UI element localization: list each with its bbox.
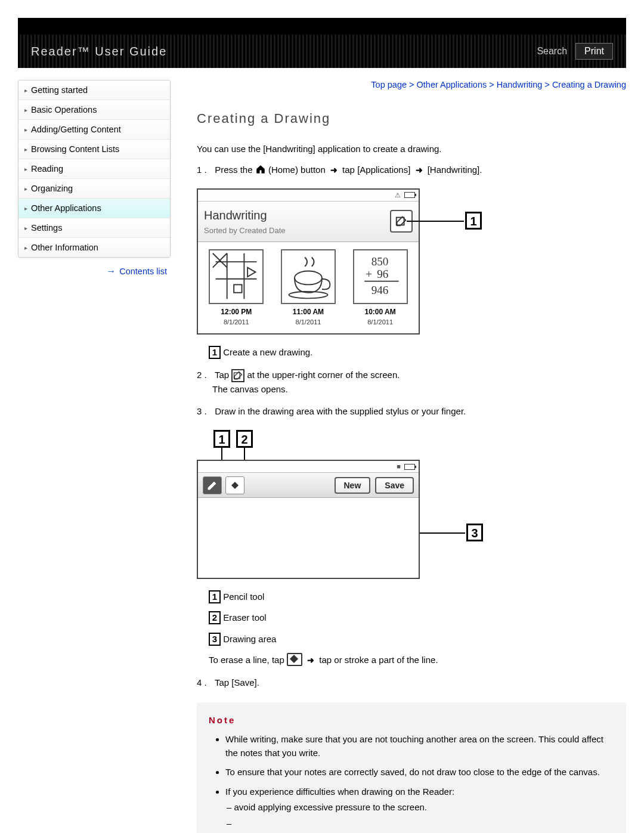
- new-drawing-icon: [395, 215, 408, 228]
- step-4: 4 . Tap [Save].: [197, 676, 626, 689]
- svg-text:850: 850: [371, 255, 388, 268]
- sidebar-item-label: Organizing: [31, 184, 73, 193]
- main-content: Top page > Other Applications > Handwrit…: [171, 80, 626, 833]
- chevron-right-icon: ▸: [24, 185, 27, 192]
- drawing-thumb[interactable]: 11:00 AM 8/1/2011: [281, 249, 336, 328]
- screen-title: Handwriting: [204, 206, 286, 225]
- print-button[interactable]: Print: [575, 43, 613, 60]
- new-drawing-icon: [231, 369, 244, 382]
- step-text: Tap: [215, 370, 229, 380]
- canvas-screenshot: 1 2 ■: [197, 430, 626, 579]
- sidebar-item-label: Settings: [31, 223, 62, 233]
- screen-subtitle: Sorted by Created Date: [204, 225, 286, 237]
- arrow-right-icon: →: [106, 266, 116, 276]
- erase-instruction: To erase a line, tap ➜ tap or stroke a p…: [209, 653, 626, 667]
- sidebar-item-label: Other Applications: [31, 203, 101, 213]
- sidebar-item-label: Getting started: [31, 85, 88, 95]
- svg-text:946: 946: [371, 283, 388, 296]
- callout-number-3: 3: [466, 524, 483, 541]
- search-label[interactable]: Search: [537, 46, 567, 57]
- chevron-right-icon: ▸: [24, 87, 27, 94]
- nav-box: ▸Getting started ▸Basic Operations ▸Addi…: [18, 80, 171, 258]
- canvas-toolbar: New Save: [198, 473, 419, 498]
- drawing-thumb[interactable]: 850+96946 10:00 AM 8/1/2011: [353, 249, 408, 328]
- home-icon: [255, 164, 266, 179]
- arrow-right-icon: ➜: [413, 165, 425, 175]
- contents-list-row: → Contents list: [18, 258, 171, 277]
- sidebar-item-other-applications[interactable]: ▸Other Applications: [18, 199, 170, 218]
- eraser-icon: [287, 653, 302, 666]
- breadcrumb-l3[interactable]: Creating a Drawing: [552, 80, 626, 89]
- sidebar-item-adding-content[interactable]: ▸Adding/Getting Content: [18, 120, 170, 140]
- step-text: (Home) button: [268, 165, 326, 175]
- app-title: Reader™ User Guide: [31, 45, 167, 58]
- legend-text: Drawing area: [223, 634, 276, 644]
- step-2: 2 . Tap at the upper-right corner of the…: [197, 368, 626, 396]
- legend-pencil: 1 Pencil tool: [209, 590, 626, 603]
- svg-marker-8: [247, 267, 255, 276]
- thumb-date: 8/1/2011: [209, 317, 264, 327]
- intro-text: You can use the [Handwriting] applicatio…: [197, 142, 626, 156]
- sidebar-item-label: Other Information: [31, 243, 98, 252]
- svg-text:96: 96: [377, 268, 388, 280]
- battery-icon: [404, 464, 415, 470]
- breadcrumb-l1[interactable]: Other Applications: [417, 80, 487, 89]
- legend-text: Create a new drawing.: [223, 347, 312, 357]
- sidebar-item-other-information[interactable]: ▸Other Information: [18, 238, 170, 257]
- step-3: 3 . Draw in the drawing area with the su…: [197, 404, 626, 667]
- sidebar-item-basic-operations[interactable]: ▸Basic Operations: [18, 100, 170, 120]
- callout-line: [420, 532, 465, 534]
- thumb-date: 8/1/2011: [353, 317, 408, 327]
- callout-number-2: 2: [236, 430, 253, 448]
- step-1: 1 . Press the (Home) button ➜ tap [Appli…: [197, 163, 626, 359]
- legend-number-2: 2: [209, 611, 221, 624]
- breadcrumb: Top page > Other Applications > Handwrit…: [197, 80, 626, 89]
- sidebar-item-reading[interactable]: ▸Reading: [18, 159, 170, 179]
- save-button[interactable]: Save: [375, 477, 414, 494]
- header-bar: Reader™ User Guide Search Print: [18, 18, 626, 68]
- eraser-tool-button[interactable]: [225, 476, 244, 494]
- legend-text: Eraser tool: [223, 612, 267, 623]
- legend-eraser: 2 Eraser tool: [209, 611, 626, 624]
- pencil-tool-button[interactable]: [203, 476, 222, 494]
- callout-number-1: 1: [213, 430, 230, 448]
- note-item: If you experience difficulties when draw…: [225, 785, 614, 831]
- status-bar: ⚠: [198, 190, 419, 202]
- contents-list-link[interactable]: Contents list: [119, 267, 167, 276]
- sidebar-item-getting-started[interactable]: ▸Getting started: [18, 80, 170, 100]
- drawing-thumb[interactable]: 12:00 PM 8/1/2011: [209, 249, 264, 328]
- svg-rect-7: [234, 284, 242, 292]
- breadcrumb-l2[interactable]: Handwriting: [497, 80, 543, 89]
- note-item: To ensure that your notes are correctly …: [225, 766, 614, 779]
- callout-number-1: 1: [465, 212, 482, 230]
- note-sub: – avoid applying excessive pressure to t…: [225, 801, 614, 815]
- step-text: Press the: [215, 165, 252, 175]
- arrow-right-icon: ➜: [328, 165, 340, 175]
- screen-title-block: Handwriting Sorted by Created Date: [204, 206, 286, 237]
- legend-number-1: 1: [209, 346, 221, 359]
- sidebar-item-label: Adding/Getting Content: [31, 125, 121, 134]
- chevron-right-icon: ▸: [24, 126, 27, 133]
- wifi-off-icon: ⚠: [395, 190, 401, 200]
- arrow-right-icon: ➜: [305, 655, 317, 665]
- sidebar-item-label: Browsing Content Lists: [31, 144, 119, 154]
- chevron-right-icon: ▸: [24, 166, 27, 172]
- sidebar-item-settings[interactable]: ▸Settings: [18, 218, 170, 238]
- status-bar: ■: [198, 461, 419, 473]
- legend-area: 3 Drawing area: [209, 632, 626, 646]
- chevron-right-icon: ▸: [24, 146, 27, 153]
- chevron-right-icon: ▸: [24, 225, 27, 231]
- legend-number-1: 1: [209, 590, 221, 603]
- new-button[interactable]: New: [335, 477, 371, 494]
- step-text: tap [Applications]: [342, 165, 410, 175]
- chevron-right-icon: ▸: [24, 244, 27, 251]
- chevron-right-icon: ▸: [24, 205, 27, 212]
- battery-icon: [404, 192, 415, 198]
- page-title: Creating a Drawing: [197, 111, 626, 126]
- legend-text: Pencil tool: [223, 592, 264, 602]
- sidebar-item-browsing[interactable]: ▸Browsing Content Lists: [18, 140, 170, 159]
- breadcrumb-top[interactable]: Top page: [371, 80, 407, 89]
- note-box: Note While writing, make sure that you a…: [197, 702, 626, 833]
- sidebar-item-organizing[interactable]: ▸Organizing: [18, 179, 170, 199]
- step-text: at the upper-right corner of the screen.: [247, 370, 400, 380]
